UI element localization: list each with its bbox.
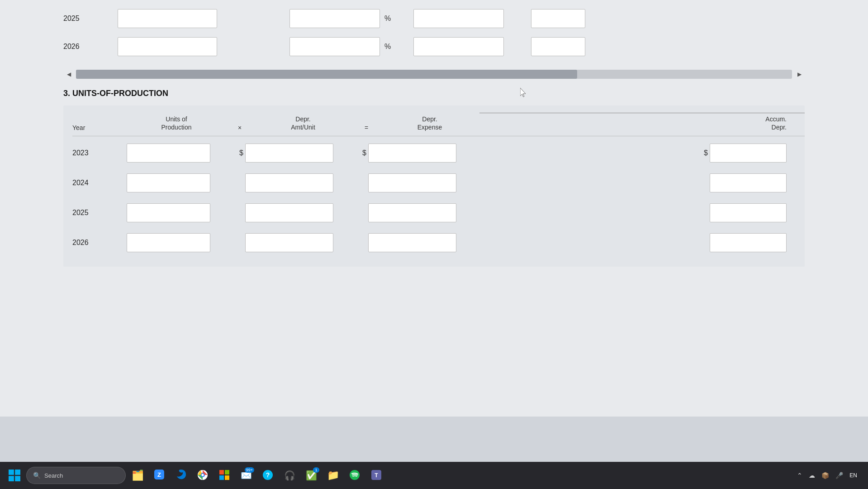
uop-units-2024[interactable] [127,173,210,192]
uop-units-2023[interactable] [127,144,210,163]
taskbar-file-explorer[interactable]: 🗂️ [128,465,147,485]
edge-icon [175,469,187,483]
zoom-icon: Z [153,469,165,483]
uop-deprexp-2024[interactable] [368,173,456,192]
uop-accum-2025[interactable] [710,203,787,222]
teams-icon: T [370,469,382,482]
input-2026-col3[interactable] [413,37,504,56]
percent-2026: % [384,43,391,51]
taskbar-store[interactable] [214,465,234,485]
section3-title: 3. UNITS-OF-PRODUCTION [63,89,805,98]
taskbar-mail[interactable]: ✉️ 99+ [236,465,256,485]
scrollbar-thumb [76,70,577,79]
svg-rect-12 [219,475,224,480]
scrollbar-track[interactable] [76,70,792,79]
uop-units-2026[interactable] [127,233,210,252]
store-icon [218,469,230,482]
start-button[interactable] [5,465,24,485]
main-content: 2025 % 2026 % ◀ ▶ 3. UNI [0,0,868,417]
header-deprexp: Depr.Expense [380,115,479,131]
uop-accum-2026[interactable] [710,233,787,252]
scrollbar-area: ◀ ▶ [63,69,805,80]
uop-row-2024: 2024 $ $ [72,168,805,198]
header-times: × [226,124,253,131]
taskbar-chrome[interactable] [193,465,213,485]
mail-badge: 99+ [245,467,254,473]
year-label-2026-top: 2026 [63,43,118,51]
uop-year-2023: 2023 [72,149,127,157]
svg-rect-0 [9,470,14,475]
row-2025-top: 2025 % [63,5,805,33]
taskbar-zoom[interactable]: Z [149,465,169,485]
taskbar-todo[interactable]: ✅ 1 [301,465,321,485]
file-explorer-icon: 🗂️ [132,470,144,481]
svg-rect-1 [15,470,20,475]
dollar-depramt-2023: $ [239,149,243,157]
header-depramt: Depr.Amt/Unit [253,115,353,131]
taskbar-teams[interactable]: T [366,465,386,485]
input-2026-col2[interactable] [289,37,380,56]
uop-year-2025: 2025 [72,209,127,217]
svg-point-9 [202,474,204,476]
uop-deprexp-2026[interactable] [368,233,456,252]
uop-depramt-2024[interactable] [245,173,333,192]
uop-depramt-2026[interactable] [245,233,333,252]
taskbar: 🔍 Search 🗂️ Z [0,462,868,489]
taskbar-folder[interactable]: 📁 [323,465,343,485]
uop-year-2026: 2026 [72,239,127,247]
taskbar-headset[interactable]: 🎧 [280,465,299,485]
percent-2025: % [384,14,391,23]
table-header: Year Units ofProduction × Depr.Amt/Unit … [72,105,805,136]
uop-accum-2023[interactable] [710,144,787,163]
uop-row-2025: 2025 $ $ [72,198,805,228]
uop-deprexp-2023[interactable] [368,144,456,163]
microphone-icon[interactable]: 🎤 [834,470,845,481]
input-2025-col3[interactable] [413,9,504,28]
input-2025-col2[interactable] [289,9,380,28]
svg-rect-2 [9,476,14,481]
windows-logo-icon [9,470,20,481]
uop-depramt-2023[interactable] [245,144,333,163]
uop-units-2025[interactable] [127,203,210,222]
uop-table: Year Units ofProduction × Depr.Amt/Unit … [63,105,805,267]
language-indicator[interactable]: EN [848,470,859,480]
header-equals: = [353,124,380,131]
input-2025-col1[interactable] [118,9,217,28]
uop-depramt-2025[interactable] [245,203,333,222]
system-tray: ⌃ ☁ 📦 🎤 EN [795,470,863,481]
todo-badge: 1 [313,467,319,473]
svg-rect-3 [15,476,20,481]
input-2026-col4[interactable] [531,37,585,56]
dollar-accum-2023: $ [704,149,708,157]
uop-accum-2024[interactable] [710,173,787,192]
header-accum: Accum.Depr. [479,113,805,131]
header-units: Units ofProduction [127,115,226,131]
taskbar-edge[interactable] [171,465,191,485]
chrome-icon [197,469,209,482]
dropbox-icon[interactable]: 📦 [820,470,831,481]
uop-deprexp-2025[interactable] [368,203,456,222]
folder-icon: 📁 [327,470,339,481]
headset-icon: 🎧 [284,470,295,481]
input-2025-col4[interactable] [531,9,585,28]
search-icon: 🔍 [33,472,41,479]
input-2026-col1[interactable] [118,37,217,56]
uop-year-2024: 2024 [72,179,127,187]
svg-rect-13 [225,475,229,480]
scroll-right-arrow[interactable]: ▶ [794,69,805,80]
svg-rect-11 [225,470,229,475]
spotify-icon [349,469,360,482]
top-rows: 2025 % 2026 % [63,0,805,61]
svg-rect-10 [219,470,224,475]
year-label-2025-top: 2025 [63,14,118,23]
scroll-left-arrow[interactable]: ◀ [63,69,74,80]
svg-text:?: ? [266,471,270,479]
svg-text:Z: Z [157,471,161,478]
taskbar-spotify[interactable] [345,465,365,485]
cloud-icon[interactable]: ☁ [807,470,817,481]
chevron-up-icon[interactable]: ⌃ [795,470,804,481]
search-box[interactable]: 🔍 Search [26,467,126,484]
taskbar-help[interactable]: ? [258,465,278,485]
search-label: Search [44,472,63,479]
uop-row-2026: 2026 $ $ [72,228,805,258]
